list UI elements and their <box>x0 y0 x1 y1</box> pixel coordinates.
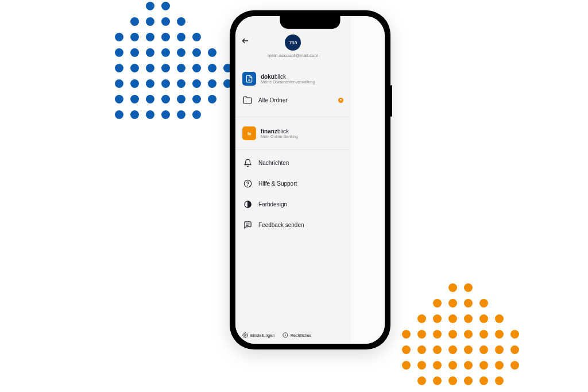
svg-text:fıı: fıı <box>247 132 251 136</box>
menu-hilfe[interactable]: Hilfe & Support <box>235 173 350 194</box>
decorative-dots-blue <box>115 2 232 119</box>
menu-feedback[interactable]: Feedback senden <box>235 214 350 235</box>
phone-screen: :ma mein-account@mail.com dokublick Mein… <box>235 16 385 344</box>
bell-icon <box>242 157 253 168</box>
folder-icon <box>242 95 253 105</box>
menu-label: Hilfe & Support <box>258 180 297 187</box>
drawer-header: :ma mein-account@mail.com <box>235 32 350 63</box>
app-finanzblick[interactable]: fıı finanzblick Mein Online-Banking <box>235 123 350 144</box>
feedback-icon <box>242 220 253 230</box>
avatar[interactable]: :ma <box>285 34 301 51</box>
section-dokublick: dokublick Meine Dokumentenverwaltung All… <box>235 63 350 117</box>
drawer-footer: Einstellungen Rechtliches <box>235 326 350 344</box>
app-subtitle: Mein Online-Banking <box>261 134 298 139</box>
document-icon <box>245 75 253 83</box>
menu-nachrichten[interactable]: Nachrichten <box>235 152 350 173</box>
decorative-dots-orange <box>402 283 519 392</box>
svg-point-4 <box>244 180 252 187</box>
dokublick-icon <box>242 72 256 86</box>
menu-label: Feedback senden <box>258 222 304 228</box>
folder-badge: 5 <box>338 98 343 103</box>
gear-icon <box>242 332 248 338</box>
avatar-text: :ma <box>288 40 297 45</box>
app-text: finanzblick Mein Online-Banking <box>261 128 298 139</box>
arrow-left-icon <box>241 37 249 45</box>
item-label: Alle Ordner <box>258 97 332 103</box>
fii-icon: fıı <box>245 129 253 137</box>
app-subtitle: Meine Dokumentenverwaltung <box>261 80 315 84</box>
app-title: dokublick <box>261 74 315 80</box>
section-menu: Nachrichten Hilfe & Support Farbdesign <box>235 149 350 237</box>
menu-label: Nachrichten <box>258 160 289 166</box>
app-text: dokublick Meine Dokumentenverwaltung <box>261 74 315 84</box>
app-title: finanzblick <box>261 128 298 134</box>
menu-label: Farbdesign <box>258 201 287 207</box>
footer-einstellungen[interactable]: Einstellungen <box>242 332 274 338</box>
phone-frame: :ma mein-account@mail.com dokublick Mein… <box>230 10 390 349</box>
account-email: mein-account@mail.com <box>268 53 318 58</box>
finanzblick-icon: fıı <box>242 126 256 140</box>
menu-farbdesign[interactable]: Farbdesign <box>235 194 350 214</box>
navigation-drawer: :ma mein-account@mail.com dokublick Mein… <box>235 16 350 344</box>
phone-side-button <box>390 85 392 117</box>
content-behind-drawer <box>350 16 385 344</box>
theme-icon <box>242 199 253 209</box>
help-icon <box>242 178 253 189</box>
phone-notch <box>280 16 341 29</box>
item-alle-ordner[interactable]: Alle Ordner 5 <box>235 89 350 111</box>
info-icon <box>283 332 288 338</box>
svg-point-9 <box>245 335 246 336</box>
footer-label: Rechtliches <box>291 333 311 337</box>
footer-label: Einstellungen <box>250 333 274 337</box>
footer-rechtliches[interactable]: Rechtliches <box>283 332 311 338</box>
back-button[interactable] <box>240 36 250 46</box>
app-dokublick[interactable]: dokublick Meine Dokumentenverwaltung <box>235 68 350 89</box>
section-finanzblick: fıı finanzblick Mein Online-Banking <box>235 117 350 149</box>
